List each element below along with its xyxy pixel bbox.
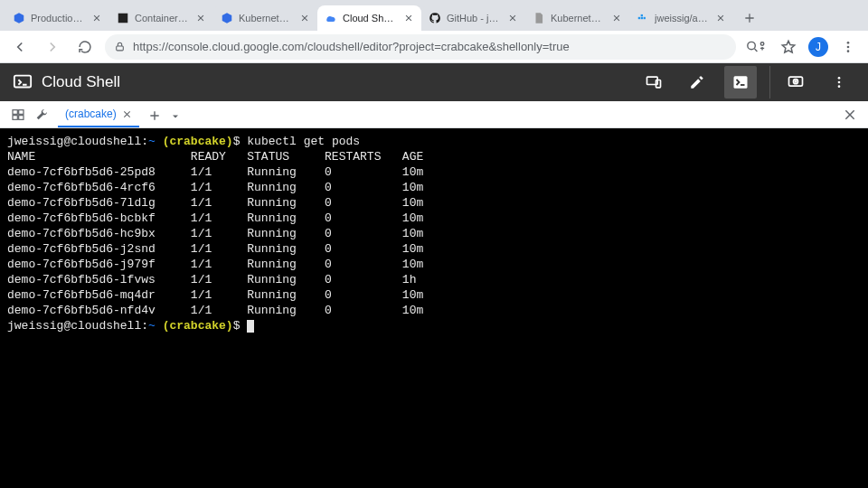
tab-close-icon[interactable]	[611, 13, 622, 23]
terminal-cursor	[247, 320, 254, 333]
back-button[interactable]	[7, 34, 33, 60]
tab-close-icon[interactable]	[195, 13, 206, 23]
favicon-icon	[637, 12, 649, 24]
terminal-tab-bar: (crabcake)	[0, 101, 868, 128]
tab-close-icon[interactable]	[299, 13, 310, 23]
cloudshell-header: Cloud Shell	[0, 63, 868, 101]
favicon-icon	[221, 12, 233, 24]
terminal-tab-label: (crabcake)	[65, 108, 117, 120]
tab-title: Production-Grade	[31, 13, 86, 23]
terminal-tab[interactable]: (crabcake)	[58, 102, 139, 127]
tab-title: Kubernetes Engin	[239, 13, 294, 23]
browser-tab[interactable]: Containers In Prod	[109, 5, 213, 31]
star-button[interactable]	[776, 34, 801, 60]
browser-tab[interactable]: Cloud Shell - crab	[317, 5, 421, 31]
svg-point-8	[748, 42, 755, 49]
web-preview-button[interactable]	[769, 66, 812, 99]
browser-tab[interactable]: Kubernetes Engin	[213, 5, 317, 31]
svg-marker-0	[14, 13, 24, 23]
close-panel-button[interactable]	[843, 108, 857, 127]
cloudshell-title: Cloud Shell	[42, 73, 120, 91]
browser-tab[interactable]: Production-Grade	[5, 5, 109, 31]
terminal-tab-dropdown[interactable]	[170, 111, 181, 127]
favicon-icon	[117, 12, 129, 24]
forward-button[interactable]	[40, 34, 65, 60]
browser-tab[interactable]: GitHub - jweissig/	[421, 5, 525, 31]
profile-avatar[interactable]: J	[808, 37, 828, 57]
device-preview-button[interactable]	[637, 66, 670, 99]
svg-rect-25	[13, 116, 17, 120]
svg-rect-4	[641, 17, 643, 19]
svg-marker-2	[222, 13, 232, 23]
edit-button[interactable]	[681, 66, 713, 99]
cloudshell-logo: Cloud Shell	[13, 72, 120, 92]
tab-title: Kubernetes Pod L	[551, 13, 606, 23]
browser-menu-button[interactable]	[835, 34, 861, 60]
svg-point-20	[838, 77, 841, 80]
browser-tab[interactable]: jweissig/alpine-k8	[629, 5, 733, 31]
tab-title: jweissig/alpine-k8	[655, 13, 710, 23]
svg-rect-1	[118, 14, 128, 23]
tab-close-icon[interactable]	[91, 13, 102, 23]
tab-title: Cloud Shell - crab	[343, 13, 398, 23]
svg-rect-16	[734, 76, 748, 89]
cloudshell-menu-button[interactable]	[823, 66, 855, 99]
tab-title: GitHub - jweissig/	[447, 13, 502, 23]
terminal[interactable]: jweissig@cloudshell:~ (crabcake)$ kubect…	[0, 128, 868, 488]
svg-point-12	[847, 50, 850, 52]
svg-point-21	[838, 81, 841, 84]
favicon-icon	[325, 12, 337, 24]
svg-point-11	[847, 45, 850, 48]
svg-rect-23	[13, 110, 17, 115]
svg-rect-24	[19, 110, 24, 115]
tab-title: Containers In Prod	[135, 13, 190, 23]
search-button[interactable]	[743, 34, 769, 60]
tab-close-icon[interactable]	[403, 13, 414, 23]
new-tab-button[interactable]	[737, 5, 762, 31]
svg-point-10	[847, 42, 850, 44]
favicon-icon	[429, 12, 441, 24]
svg-rect-6	[641, 14, 643, 16]
favicon-icon	[13, 12, 25, 24]
svg-rect-5	[644, 17, 646, 19]
browser-toolbar: J	[0, 31, 868, 63]
reload-button[interactable]	[72, 34, 98, 60]
svg-rect-7	[117, 46, 124, 51]
browser-tab[interactable]: Kubernetes Pod L	[525, 5, 629, 31]
terminal-tab-close-icon[interactable]	[122, 109, 132, 119]
tab-close-icon[interactable]	[507, 13, 518, 23]
svg-rect-26	[19, 116, 24, 120]
svg-point-22	[838, 85, 841, 88]
svg-point-19	[795, 80, 797, 82]
keyboard-button[interactable]	[11, 108, 25, 127]
new-terminal-tab-button[interactable]	[148, 109, 161, 127]
terminal-toggle-button[interactable]	[724, 66, 757, 99]
svg-point-9	[760, 42, 764, 45]
browser-tab-strip: Production-GradeContainers In ProdKubern…	[0, 0, 868, 31]
favicon-icon	[533, 12, 545, 24]
lock-icon	[114, 41, 126, 52]
url-input[interactable]	[133, 40, 727, 53]
settings-button[interactable]	[34, 108, 49, 127]
tab-close-icon[interactable]	[715, 13, 726, 23]
address-bar[interactable]	[105, 34, 736, 60]
svg-rect-3	[638, 17, 640, 19]
